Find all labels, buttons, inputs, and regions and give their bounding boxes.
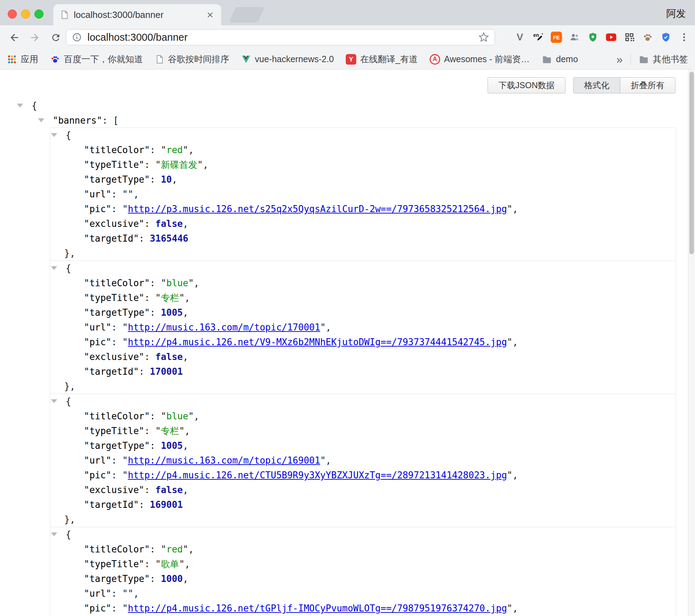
json-line: }, <box>50 379 676 394</box>
json-object-box: {"titleColor": "blue","typeTitle": "专栏",… <box>50 261 676 394</box>
fullscreen-window-button[interactable] <box>34 9 44 19</box>
bookmark-item[interactable]: 应用 <box>7 53 38 65</box>
json-token: " <box>123 322 128 333</box>
paw-icon[interactable] <box>641 31 654 44</box>
json-line: }, <box>50 246 676 261</box>
fehelper-icon[interactable]: FE <box>550 31 563 44</box>
tab-title: localhost:3000/banner <box>74 9 205 20</box>
security-shield-icon[interactable] <box>659 31 673 44</box>
json-token: : <box>144 218 155 229</box>
json-token: " <box>155 293 161 303</box>
json-token: " <box>123 470 128 480</box>
json-token: "typeTitle" <box>84 559 144 569</box>
bookmarks-overflow-icon[interactable]: » <box>616 54 623 65</box>
json-token: " <box>320 322 326 333</box>
new-tab-button[interactable] <box>229 7 265 22</box>
back-button[interactable] <box>7 30 22 45</box>
collapse-toggle-icon[interactable] <box>51 133 57 137</box>
json-token: "typeTitle" <box>84 293 144 303</box>
browser-menu-icon[interactable] <box>677 31 691 44</box>
bookmark-item[interactable]: 百度一下，你就知道 <box>50 53 143 65</box>
collapse-toggle-icon[interactable] <box>51 266 57 270</box>
bookmark-item[interactable]: 谷歌按时间排序 <box>155 53 229 65</box>
reload-button[interactable] <box>48 30 63 45</box>
json-line: "exclusive": false, <box>50 483 676 497</box>
json-token: "banners" <box>53 115 102 126</box>
collapse-toggle-icon[interactable] <box>38 118 44 122</box>
scrollbar-thumb[interactable] <box>689 72 694 254</box>
json-token: : <box>111 322 122 333</box>
json-token: , <box>185 293 190 303</box>
json-line: { <box>50 261 676 276</box>
svg-text:en: en <box>533 33 539 38</box>
address-bar[interactable]: localhost:3000/banner <box>66 29 495 45</box>
json-token: : <box>111 588 122 599</box>
json-line: { <box>50 394 676 409</box>
json-token: " <box>123 204 128 214</box>
download-json-button[interactable]: 下载JSON数据 <box>488 77 565 93</box>
json-token: "titleColor" <box>84 145 150 155</box>
json-token: " <box>161 544 166 555</box>
v-letter-icon[interactable]: V <box>513 31 527 44</box>
json-line: "targetType": 10, <box>50 172 676 187</box>
collapse-all-button[interactable]: 折叠所有 <box>620 77 675 93</box>
json-token: : <box>144 293 155 303</box>
people-icon[interactable] <box>568 31 581 44</box>
json-url-link[interactable]: http://p4.music.126.net/CTU5B9R9y3XyYBZX… <box>128 470 507 480</box>
json-url-link[interactable]: http://p4.music.126.net/V9-MXz6b2MNhEKju… <box>128 337 507 347</box>
translate-pen-icon[interactable]: en <box>531 31 545 44</box>
json-token: " <box>155 426 161 436</box>
json-url-link[interactable]: http://p4.music.126.net/tGPljf-IMOCyPvum… <box>128 603 507 614</box>
json-token: , <box>183 352 188 362</box>
bookmarks-bar-items: 应用百度一下，你就知道谷歌按时间排序vue-hackernews-2.0Y在线翻… <box>7 53 616 65</box>
json-token: "url" <box>84 588 111 599</box>
qr-code-icon[interactable] <box>623 31 636 44</box>
bookmark-item[interactable]: AAwesomes - 前端资… <box>430 53 530 65</box>
json-line: "titleColor": "red", <box>50 542 676 557</box>
json-token: , <box>183 574 188 584</box>
json-token: 1005 <box>161 307 183 318</box>
json-token: { <box>66 130 71 140</box>
bookmarks-bar-right: » 其他书签 <box>616 53 688 65</box>
json-token: " <box>123 588 128 599</box>
json-token: " <box>183 544 188 555</box>
json-token: "exclusive" <box>84 352 144 362</box>
json-token: , <box>133 189 139 199</box>
youdao-icon: Y <box>346 54 356 65</box>
json-token: " <box>179 559 185 569</box>
json-line: "typeTitle": "新碟首发", <box>50 157 676 172</box>
json-line: "titleColor": "blue", <box>50 409 676 424</box>
json-token: red <box>166 544 183 555</box>
tab-close-icon[interactable]: × <box>205 9 215 20</box>
green-shield-icon[interactable] <box>586 31 600 44</box>
json-token: " <box>507 470 512 480</box>
vertical-scrollbar[interactable] <box>688 70 695 616</box>
json-token: 169001 <box>150 499 183 510</box>
bookmark-star-icon[interactable] <box>478 32 489 42</box>
format-button[interactable]: 格式化 <box>573 77 620 93</box>
browser-window: localhost:3000/banner × 阿发 localhost:300… <box>0 0 695 616</box>
profile-name[interactable]: 阿发 <box>666 7 686 20</box>
bookmark-item[interactable]: Y在线翻译_有道 <box>346 53 418 65</box>
collapse-toggle-icon[interactable] <box>51 532 57 536</box>
json-token: " <box>188 411 194 421</box>
json-token: "titleColor" <box>84 278 150 288</box>
json-url-link[interactable]: http://music.163.com/m/topic/169001 <box>128 455 320 466</box>
forward-button[interactable] <box>27 30 42 45</box>
json-token: : <box>139 366 150 377</box>
minimize-window-button[interactable] <box>21 9 30 19</box>
browser-tab[interactable]: localhost:3000/banner × <box>53 4 221 25</box>
json-token: " <box>197 159 203 170</box>
bookmark-item[interactable]: demo <box>542 54 578 65</box>
other-bookmarks-folder[interactable]: 其他书签 <box>638 53 688 65</box>
apps-grid-icon <box>7 54 17 64</box>
page-info-icon[interactable] <box>72 32 82 42</box>
json-token: : <box>144 559 155 569</box>
collapse-toggle-icon[interactable] <box>51 399 57 403</box>
json-url-link[interactable]: http://p3.music.126.net/s25q2x5QyqsAzilC… <box>128 204 507 214</box>
json-url-link[interactable]: http://music.163.com/m/topic/170001 <box>128 322 320 333</box>
close-window-button[interactable] <box>8 9 17 19</box>
youtube-icon[interactable] <box>604 31 618 44</box>
bookmark-item[interactable]: vue-hackernews-2.0 <box>241 54 334 64</box>
collapse-toggle-icon[interactable] <box>17 104 23 107</box>
